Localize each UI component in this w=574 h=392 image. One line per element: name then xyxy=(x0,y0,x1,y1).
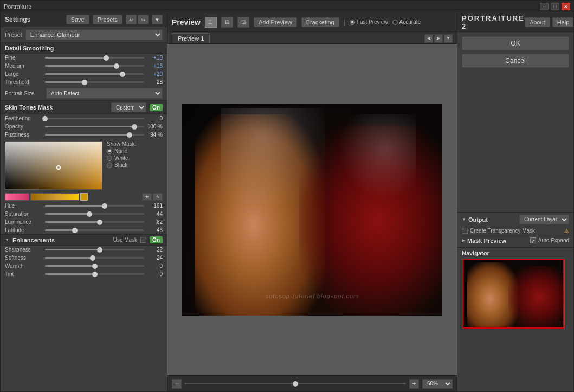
saturation-slider[interactable] xyxy=(45,213,144,215)
left-panel: Settings Save Presets ↩ ↪ ▼ Preset Enhan… xyxy=(1,12,167,391)
latitude-label: Latitude xyxy=(5,227,43,233)
smoke-left xyxy=(221,108,325,203)
preset-select[interactable]: Enhance: Glamour xyxy=(25,29,163,40)
transparency-mask-checkbox[interactable] xyxy=(462,228,468,234)
threshold-slider[interactable] xyxy=(45,81,144,83)
enhancements-collapse-arrow[interactable]: ▼ xyxy=(5,237,9,242)
show-mask-none-radio[interactable] xyxy=(107,149,112,154)
enhancements-on-badge: On xyxy=(150,236,163,243)
portrait-size-select[interactable]: Auto Detect xyxy=(46,88,163,99)
navigator-label: Navigator xyxy=(462,250,569,256)
show-mask-white-radio[interactable] xyxy=(107,156,112,161)
feathering-slider[interactable] xyxy=(45,118,144,119)
zoom-out-button[interactable]: − xyxy=(172,379,182,389)
maximize-button[interactable]: □ xyxy=(551,3,559,10)
color-strip-pink[interactable] xyxy=(5,193,29,201)
settings-header: Settings Save Presets ↩ ↪ ▼ xyxy=(1,12,167,27)
output-section: ▼ Output Current Layer New Layer Flatten… xyxy=(457,212,573,247)
zoom-slider[interactable] xyxy=(185,383,406,384)
skin-tones-on-badge: On xyxy=(150,104,163,111)
fine-slider[interactable] xyxy=(45,57,144,59)
warmth-slider[interactable] xyxy=(45,265,144,267)
sharpness-slider[interactable] xyxy=(45,249,144,250)
show-mask-black-row[interactable]: Black xyxy=(107,162,136,168)
color-strip-selected[interactable] xyxy=(80,193,88,201)
prev-preview-button[interactable]: ◀ xyxy=(424,34,433,43)
tint-slider-row: Tint 0 xyxy=(1,270,167,278)
skin-tones-mode-select[interactable]: Custom xyxy=(111,102,146,112)
help-button[interactable]: Help xyxy=(552,17,573,27)
use-mask-checkbox[interactable] xyxy=(140,237,146,243)
saturation-value: 44 xyxy=(146,211,163,217)
tint-value: 0 xyxy=(146,271,163,277)
add-preview-button[interactable]: Add Preview xyxy=(254,17,297,27)
output-select[interactable]: Current Layer New Layer Flatten xyxy=(519,215,569,224)
accurate-radio-label[interactable]: Accurate xyxy=(392,19,421,25)
color-selector-dot[interactable] xyxy=(56,165,61,170)
preview-nav: ◀ ▶ ▼ xyxy=(424,33,453,43)
preview-tab-1[interactable]: Preview 1 xyxy=(172,33,210,43)
opacity-slider-row: Opacity 100 % xyxy=(1,123,167,131)
undo-redo-group: ↩ ↪ xyxy=(126,15,149,24)
fast-preview-radio-label[interactable]: Fast Preview xyxy=(350,19,388,25)
portraiture-logo-text: PORTRAITURE 2 xyxy=(462,14,525,30)
opacity-slider[interactable] xyxy=(45,126,144,127)
navigator-thumbnail[interactable] xyxy=(462,259,565,329)
preview-menu-button[interactable]: ▼ xyxy=(444,34,453,43)
color-gradient[interactable] xyxy=(5,141,102,190)
save-button[interactable]: Save xyxy=(66,15,89,24)
cancel-button[interactable]: Cancel xyxy=(462,54,569,68)
sharpness-label: Sharpness xyxy=(5,247,43,253)
show-mask-black-radio[interactable] xyxy=(107,163,112,168)
latitude-slider[interactable] xyxy=(45,229,144,231)
show-mask-none-row[interactable]: None xyxy=(107,148,136,154)
output-collapse-arrow[interactable]: ▼ xyxy=(462,217,466,222)
close-button[interactable]: ✕ xyxy=(562,3,570,10)
fuzziness-label: Fuzziness xyxy=(5,132,43,138)
mask-preview-arrow[interactable]: ▶ xyxy=(462,238,465,243)
color-strip-gold[interactable] xyxy=(30,193,79,201)
ok-button[interactable]: OK xyxy=(462,36,569,50)
threshold-label: Threshold xyxy=(5,79,43,85)
bracketing-button[interactable]: Bracketing xyxy=(301,17,339,27)
luminance-slider[interactable] xyxy=(45,221,144,223)
large-slider[interactable] xyxy=(45,73,144,75)
undo-button[interactable]: ↩ xyxy=(126,15,137,24)
next-preview-button[interactable]: ▶ xyxy=(434,34,443,43)
preview-area: sotosop-tutorial.blogspot.com xyxy=(167,44,457,375)
medium-slider[interactable] xyxy=(45,65,144,67)
fine-label: Fine xyxy=(5,55,43,61)
spacer xyxy=(457,72,573,212)
preview-tab-bar: Preview 1 ◀ ▶ ▼ xyxy=(167,32,457,44)
view-split-v-button[interactable]: ⊡ xyxy=(237,17,249,28)
redo-button[interactable]: ↪ xyxy=(138,15,149,24)
view-single-button[interactable]: ☐ xyxy=(205,17,217,28)
zoom-select[interactable]: 60% 25% 50% 75% 100% xyxy=(422,379,453,389)
medium-label: Medium xyxy=(5,63,43,69)
eyedropper-subtract-icon[interactable]: ✎ xyxy=(153,193,163,201)
tint-slider[interactable] xyxy=(45,273,144,275)
portraiture-version: 2 xyxy=(462,22,467,30)
view-split-h-button[interactable]: ⊟ xyxy=(221,17,233,28)
panel-menu-button[interactable]: ▼ xyxy=(152,15,163,24)
presets-button[interactable]: Presets xyxy=(93,15,122,24)
opacity-label: Opacity xyxy=(5,124,43,130)
fuzziness-slider[interactable] xyxy=(45,134,144,136)
zoom-in-button[interactable]: + xyxy=(409,379,419,389)
large-label: Large xyxy=(5,71,43,77)
portrait-size-row: Portrait Size Auto Detect xyxy=(1,86,167,100)
saturation-slider-row: Saturation 44 xyxy=(1,210,167,218)
color-picker-area: Show Mask: None White Black xyxy=(1,139,167,192)
softness-slider[interactable] xyxy=(45,257,144,259)
about-button[interactable]: About xyxy=(525,17,550,27)
eyedropper-icon[interactable]: ✚ xyxy=(142,193,152,201)
opacity-value: 100 % xyxy=(146,124,163,130)
show-mask-white-row[interactable]: White xyxy=(107,155,136,161)
minimize-button[interactable]: ─ xyxy=(540,3,549,10)
hue-slider[interactable] xyxy=(45,205,144,207)
auto-expand-checkbox[interactable]: ✓ xyxy=(530,237,536,243)
feathering-value: 0 xyxy=(146,115,163,121)
hue-value: 161 xyxy=(146,203,163,209)
fast-preview-radio[interactable] xyxy=(350,20,355,25)
accurate-radio[interactable] xyxy=(392,20,398,25)
